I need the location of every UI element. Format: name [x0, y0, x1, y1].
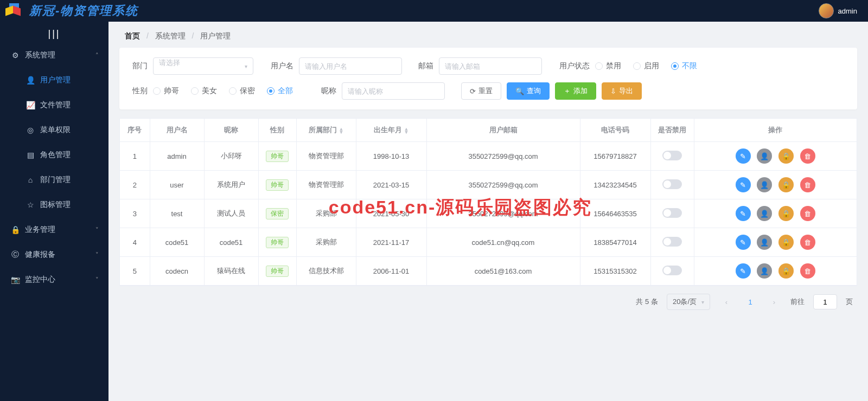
- username: admin: [838, 7, 857, 15]
- email-input[interactable]: [439, 57, 542, 75]
- brand: 新冠-物资管理系统: [0, 3, 138, 19]
- sidebar-item[interactable]: ☆图标管理: [0, 192, 108, 217]
- crumb-page: 用户管理: [200, 31, 231, 40]
- assign-role-button[interactable]: 👤: [757, 263, 772, 279]
- app-title: 新冠-物资管理系统: [29, 3, 138, 19]
- delete-button[interactable]: 🗑: [800, 206, 815, 221]
- edit-button[interactable]: ✎: [736, 177, 751, 192]
- crumb-group[interactable]: 系统管理: [155, 31, 186, 40]
- nickname-input[interactable]: [342, 82, 445, 100]
- sex-tag: 帅哥: [266, 179, 289, 191]
- ban-switch[interactable]: [662, 208, 682, 218]
- nick-label: 昵称: [321, 86, 336, 96]
- goto-page-input[interactable]: [813, 294, 837, 309]
- lock-button[interactable]: 🔒: [778, 235, 794, 250]
- id-icon: ▤: [26, 151, 35, 159]
- breadcrumb: 首页 / 系统管理 / 用户管理: [108, 22, 868, 48]
- crumb-home[interactable]: 首页: [125, 31, 140, 40]
- delete-button[interactable]: 🗑: [800, 177, 815, 192]
- add-button[interactable]: ＋添加: [555, 82, 596, 100]
- user-menu[interactable]: admin: [819, 3, 857, 18]
- th-dept[interactable]: 所属部门▲▼: [296, 119, 356, 142]
- sort-icon: ▲▼: [339, 127, 344, 134]
- goto-suffix: 页: [846, 297, 853, 307]
- plus-icon: ＋: [564, 86, 571, 96]
- sidebar-item[interactable]: ▤角色管理: [0, 143, 108, 167]
- email-label: 邮箱: [418, 61, 433, 71]
- table-row: 1admin小邱呀 帅哥 物资管理部1998-10-133550272599@q…: [120, 142, 857, 171]
- user-icon: 👤: [26, 76, 35, 85]
- th-ops: 操作: [694, 119, 857, 142]
- sidebar-group[interactable]: 📷监控中心˅: [0, 267, 108, 292]
- target-icon: ◎: [26, 126, 35, 134]
- star-icon: ☆: [26, 200, 35, 209]
- dept-select[interactable]: 请选择 ▾: [153, 57, 253, 75]
- top-bar: 新冠-物资管理系统 admin: [0, 0, 868, 22]
- export-button[interactable]: ⇩导出: [602, 82, 642, 100]
- health-icon: Ⓒ: [11, 250, 20, 260]
- sort-icon: ▲▼: [404, 127, 409, 134]
- table-row: 3test测试人员 保密 采购部2021-05-303550272599@qq.…: [120, 199, 857, 228]
- query-button[interactable]: 🔍查询: [507, 82, 550, 100]
- th-birth[interactable]: 出生年月▲▼: [356, 119, 426, 142]
- lock-button[interactable]: 🔒: [778, 263, 794, 279]
- sidebar-item[interactable]: 📈文件管理: [0, 93, 108, 118]
- status-label: 用户状态: [558, 61, 590, 71]
- assign-role-button[interactable]: 👤: [757, 235, 772, 250]
- edit-button[interactable]: ✎: [736, 148, 751, 164]
- reset-button[interactable]: ⟳重置: [461, 82, 501, 100]
- ban-switch[interactable]: [662, 266, 682, 275]
- next-page-button[interactable]: ›: [767, 294, 782, 309]
- search-icon: 🔍: [515, 87, 524, 95]
- sidebar-item[interactable]: ⌂部门管理: [0, 167, 108, 192]
- goto-label: 前往: [790, 297, 805, 307]
- lock-icon: 🔒: [11, 225, 20, 234]
- ban-switch[interactable]: [662, 237, 682, 247]
- sidebar-group[interactable]: Ⓒ健康报备˅: [0, 242, 108, 267]
- th-username: 用户名: [150, 119, 204, 142]
- delete-button[interactable]: 🗑: [800, 263, 815, 279]
- th-nickname: 昵称: [204, 119, 258, 142]
- th-phone: 电话号码: [580, 119, 650, 142]
- filter-panel: 部门 请选择 ▾ 用户名 邮箱 用户状态 禁用 启用: [119, 48, 857, 109]
- sex-radio-s[interactable]: 保密: [229, 86, 255, 96]
- assign-role-button[interactable]: 👤: [757, 148, 772, 164]
- lock-button[interactable]: 🔒: [778, 206, 794, 221]
- username-input[interactable]: [299, 57, 402, 75]
- delete-button[interactable]: 🗑: [800, 235, 815, 250]
- lock-button[interactable]: 🔒: [778, 177, 794, 192]
- chevron-icon: ˅: [95, 251, 99, 258]
- status-radio-all[interactable]: 不限: [671, 61, 697, 71]
- edit-button[interactable]: ✎: [736, 206, 751, 221]
- table-row: 5codecn猿码在线 帅哥 信息技术部2006-11-01code51@163…: [120, 257, 857, 286]
- edit-button[interactable]: ✎: [736, 263, 751, 279]
- main-content: 首页 / 系统管理 / 用户管理 部门 请选择 ▾ 用户名: [108, 22, 868, 401]
- sex-tag: 帅哥: [266, 151, 289, 162]
- sidebar-group[interactable]: ⚙系统管理˄: [0, 43, 108, 68]
- sex-radio-f[interactable]: 美女: [191, 86, 217, 96]
- chevron-icon: ˅: [95, 227, 99, 234]
- sex-radio-all[interactable]: 全部: [267, 86, 293, 96]
- page-number[interactable]: 1: [743, 294, 758, 309]
- assign-role-button[interactable]: 👤: [757, 206, 772, 221]
- lock-button[interactable]: 🔒: [778, 148, 794, 164]
- ban-switch[interactable]: [662, 179, 682, 189]
- page-size-select[interactable]: 20条/页 ▾: [667, 294, 710, 310]
- sex-label: 性别: [132, 86, 148, 96]
- logo-icon: [5, 3, 23, 18]
- delete-button[interactable]: 🗑: [800, 148, 815, 164]
- collapse-toggle[interactable]: |||: [0, 22, 108, 43]
- edit-button[interactable]: ✎: [736, 235, 751, 250]
- assign-role-button[interactable]: 👤: [757, 177, 772, 192]
- status-radio-disabled[interactable]: 禁用: [595, 61, 621, 71]
- th-banned: 是否禁用: [650, 119, 694, 142]
- th-sex: 性别: [258, 119, 296, 142]
- prev-page-button[interactable]: ‹: [719, 294, 734, 309]
- sidebar-group[interactable]: 🔒业务管理˅: [0, 217, 108, 242]
- sidebar-item[interactable]: 👤用户管理: [0, 68, 108, 93]
- table-row: 2user系统用户 帅哥 物资管理部2021-03-153550272599@q…: [120, 171, 857, 199]
- sidebar-item[interactable]: ◎菜单权限: [0, 118, 108, 143]
- ban-switch[interactable]: [662, 151, 682, 160]
- status-radio-enabled[interactable]: 启用: [633, 61, 659, 71]
- sex-radio-m[interactable]: 帅哥: [153, 86, 179, 96]
